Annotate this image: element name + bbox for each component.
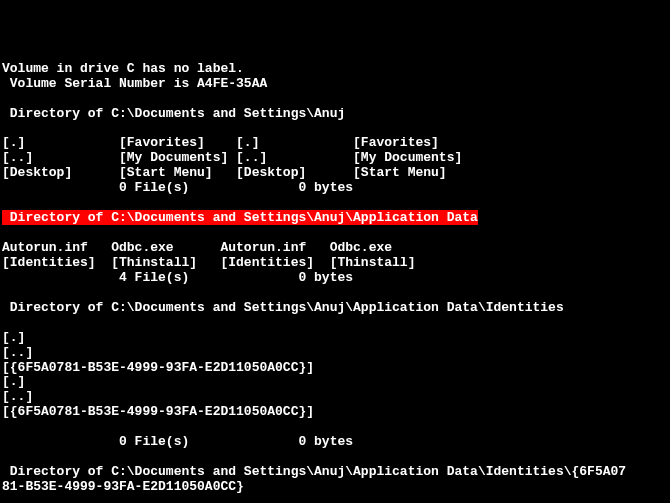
terminal-line — [2, 122, 668, 137]
terminal-line: [.] — [2, 331, 668, 346]
terminal-line: 4 File(s) 0 bytes — [2, 271, 668, 286]
terminal-line: 0 File(s) 0 bytes — [2, 181, 668, 196]
terminal-line: Directory of C:\Documents and Settings\A… — [2, 107, 668, 122]
terminal-line: [{6F5A0781-B53E-4999-93FA-E2D11050A0CC}] — [2, 405, 668, 420]
terminal-line: Directory of C:\Documents and Settings\A… — [2, 465, 668, 480]
terminal-line: 81-B53E-4999-93FA-E2D11050A0CC} — [2, 480, 668, 495]
terminal-line: [..] [My Documents] [..] [My Documents] — [2, 151, 668, 166]
terminal-line — [2, 196, 668, 211]
terminal-line: 0 File(s) 0 bytes — [2, 435, 668, 450]
terminal-line — [2, 226, 668, 241]
terminal-line: Volume in drive C has no label. — [2, 62, 668, 77]
terminal-line — [2, 286, 668, 301]
terminal-line: Directory of C:\Documents and Settings\A… — [2, 301, 668, 316]
highlighted-line: Directory of C:\Documents and Settings\A… — [2, 211, 668, 226]
terminal-line: [.] [Favorites] [.] [Favorites] — [2, 136, 668, 151]
terminal-line: [..] — [2, 390, 668, 405]
terminal-line: [Desktop] [Start Menu] [Desktop] [Start … — [2, 166, 668, 181]
terminal-line — [2, 92, 668, 107]
terminal-line — [2, 316, 668, 331]
terminal-line: [{6F5A0781-B53E-4999-93FA-E2D11050A0CC}] — [2, 361, 668, 376]
terminal-line — [2, 450, 668, 465]
terminal-output: Volume in drive C has no label. Volume S… — [2, 62, 668, 503]
terminal-line: [.] — [2, 375, 668, 390]
terminal-line — [2, 420, 668, 435]
terminal-line: Volume Serial Number is A4FE-35AA — [2, 77, 668, 92]
terminal-line — [2, 495, 668, 503]
terminal-line: [Identities] [Thinstall] [Identities] [T… — [2, 256, 668, 271]
terminal-line: Autorun.inf Odbc.exe Autorun.inf Odbc.ex… — [2, 241, 668, 256]
terminal-line: [..] — [2, 346, 668, 361]
